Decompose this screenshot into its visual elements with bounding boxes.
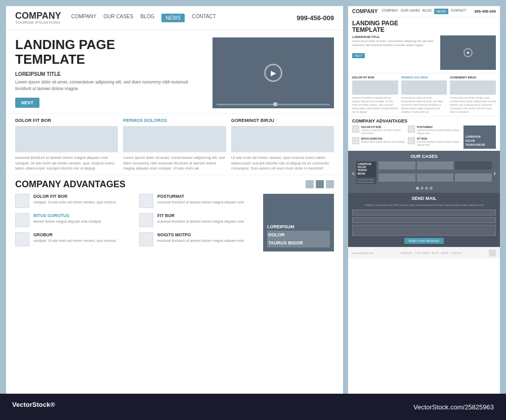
adv-item-1-text: volutpat. Ut wisi enim ad minim veniam, … [33, 200, 116, 205]
nav-blog[interactable]: BLOG [140, 14, 154, 22]
vectorstock-logo: VectorStock® [12, 401, 55, 413]
rp-feat-2: DOLOR [466, 139, 494, 143]
lp-hero-body: Lorem ipsum dolor sit amet, consectetuer… [15, 79, 204, 92]
dot-4[interactable] [430, 187, 433, 190]
col2-header: PERMOS DOLOROS [123, 118, 226, 123]
rp-col3-header: GOREMINOT BIRJU [450, 76, 496, 79]
logo-tagline: TOURISM IPSUM FORS [15, 20, 61, 25]
rp-mail-input-1[interactable] [352, 209, 496, 216]
adv-item-5-title: FIT BOR [157, 213, 244, 218]
rp-mail-send-button[interactable]: SEND YOUR MESSAGE [404, 238, 443, 244]
rp-hero-section: LANDING PAGETEMPLATE LOREIPSUM TITLE Lor… [348, 17, 500, 73]
rp-footer-icon [489, 249, 496, 257]
adv-icon-3 [15, 232, 29, 246]
feat-label-3: TAURUS BIGOR [267, 239, 330, 247]
rp-cases-section: OUR CASES ‹ LOREIPSUMDOLORTAURUS BIGOR L… [348, 151, 500, 193]
rp-case-label-1: LOREIPSUMDOLORTAURUS BIGOR [358, 163, 375, 176]
rp-logo: COMPANY [352, 9, 377, 14]
adv-item-3-title: GROBUR [33, 232, 116, 237]
rp-adv-2: BITUS GOROTUS laoreet dolore magna aliqu… [352, 137, 405, 144]
rp-next-button[interactable]: NEXT [352, 53, 365, 58]
vectorstock-url: VectorStock.com/25825963 [413, 403, 494, 411]
rp-nav-blog[interactable]: BLOG [423, 9, 432, 14]
rp-case-item-1: LOREIPSUMDOLORTAURUS BIGOR Lorem ipsum d… [356, 161, 376, 185]
rp-nav-company[interactable]: COMPANY [382, 9, 398, 14]
rp-footer: www.company.com COMPANY OUR CASES BLOG N… [348, 247, 500, 259]
lp-logo: COMPANY TOURISM IPSUM FORS [15, 11, 61, 25]
lp-adv-grid: DOLOR FIT BOR volutpat. Ut wisi enim ad … [15, 194, 334, 251]
cases-prev-arrow[interactable]: ‹ [352, 169, 355, 177]
rp-three-cols: DOLOR FIT BOR euismod tincidunt ut laore… [348, 73, 500, 116]
rp-adv-col-right: POSTURMAT euismod tincidunt ut laoreet d… [408, 125, 461, 148]
thumb-1 [378, 161, 415, 170]
left-panel: COMPANY TOURISM IPSUM FORS COMPANY OUR C… [6, 6, 343, 394]
lp-adv-header-row: COMPANY ADVANTAGES [15, 179, 334, 190]
rp-nav-ourcases[interactable]: OUR CASES [401, 9, 420, 14]
nav-phone: 999-456-009 [297, 14, 334, 22]
vectorstock-text: VectorStock® [12, 401, 55, 408]
adv-item-2-text: laoreet dolore magna aliquam erat volutp… [33, 219, 102, 224]
rp-col-3: GOREMINOT BIRJU Ut wisi enim ad minim ve… [450, 76, 496, 114]
adv-icon-5 [139, 213, 153, 227]
rp-adv-3-title: POSTURMAT [417, 125, 461, 129]
adv-icon-2 [15, 213, 29, 227]
lp-next-button[interactable]: NEXT [15, 98, 39, 108]
dot-1[interactable] [416, 187, 419, 190]
sq3 [326, 180, 334, 188]
adv-item-5-content: FIT BOR euismod tincidunt ut laoreet dol… [157, 213, 244, 224]
lp-col-1: DOLOR FIT BOR euismod tincidunt ut laore… [15, 118, 118, 172]
main-area: COMPANY TOURISM IPSUM FORS COMPANY OUR C… [6, 6, 500, 394]
rp-nav-contact[interactable]: CONTACT [451, 9, 467, 14]
rp-col2-text: Lorem ipsum dolor sit amet, consectetuer… [401, 96, 447, 114]
rp-adv-featured: LOREIPSUM DOLOR TAURUS BIGOR [463, 125, 496, 148]
nav-ourcases[interactable]: OUR CASES [104, 14, 134, 22]
rp-hero-sub: LOREIPSUM TITLE [352, 35, 437, 38]
adv-item-1-title: DOLOR FIT BOR [33, 194, 116, 199]
nav-contact[interactable]: CONTACT [192, 14, 216, 22]
feat-label-2: DOLOR [267, 231, 330, 239]
rp-adv-1: DOLOR FIT BOR volutpat. Ut wisi enim ad … [352, 125, 405, 135]
rp-video[interactable]: ▶ [440, 35, 496, 70]
rp-adv-col-left: DOLOR FIT BOR volutpat. Ut wisi enim ad … [352, 125, 405, 148]
adv-item-6: NOGITS MOTPO euismod tincidunt ut laoree… [139, 232, 258, 246]
rp-play-icon[interactable]: ▶ [463, 48, 473, 57]
rp-cases-thumbs [378, 161, 492, 185]
rp-adv-2-title: BITUS GOROTUS [361, 137, 405, 140]
adv-item-3-text: volutpat. Ut wisi enim ad minim veniam, … [33, 238, 116, 243]
lp-hero: LANDING PAGETEMPLATE LOREIPSUM TITLE Lor… [6, 30, 343, 113]
lp-three-cols: DOLOR FIT BOR euismod tincidunt ut laore… [6, 113, 343, 175]
rp-col-2: PERMOS DOLOROS Lorem ipsum dolor sit ame… [401, 76, 447, 114]
lp-adv-featured: LOREIPSUM DOLOR TAURUS BIGOR [263, 194, 334, 251]
rp-mail-input-2[interactable] [352, 217, 496, 223]
lp-hero-video[interactable]: ▶ [213, 37, 334, 108]
rp-adv-1-title: DOLOR FIT BOR [361, 125, 405, 129]
rp-nav-news[interactable]: NEWS [434, 9, 448, 14]
col2-image [123, 126, 226, 152]
adv-item-1-content: DOLOR FIT BOR volutpat. Ut wisi enim ad … [33, 194, 116, 205]
video-slider[interactable] [217, 104, 330, 105]
rp-nav-phone: 999-456-009 [474, 9, 496, 14]
rp-adv-1-text: volutpat. Ut wisi enim ad minim veniam, … [361, 129, 405, 135]
rp-adv-grid: DOLOR FIT BOR volutpat. Ut wisi enim ad … [352, 125, 496, 148]
play-icon[interactable]: ▶ [264, 64, 282, 82]
lp-adv-right: POSTURMAT euismod tincidunt ut laoreet d… [139, 194, 258, 251]
nav-news[interactable]: NEWS [161, 14, 185, 22]
adv-item-2-content: BITUS GOROTUS laoreet dolore magna aliqu… [33, 213, 102, 224]
sq1 [306, 180, 314, 188]
lp-col-2: PERMOS DOLOROS Lorem ipsum dolor sit ame… [123, 118, 226, 172]
rp-case-text-1: Lorem ipsum dolor amet consectetuer [356, 177, 376, 184]
dot-2[interactable] [420, 187, 424, 190]
rp-mail-title: SEND MAIL [352, 196, 496, 201]
rp-adv-4-content: FIT BOR euismod tincidunt ut laoreet dol… [417, 137, 461, 147]
adv-item-6-text: euismod tincidunt ut laoreet dolore magn… [157, 238, 244, 243]
adv-item-4: POSTURMAT euismod tincidunt ut laoreet d… [139, 194, 258, 208]
rp-nav-links: COMPANY OUR CASES BLOG NEWS CONTACT [382, 9, 474, 14]
col1-header: DOLOR FIT BOR [15, 118, 118, 123]
right-panel: COMPANY COMPANY OUR CASES BLOG NEWS CONT… [348, 6, 500, 394]
nav-company[interactable]: COMPANY [71, 14, 97, 22]
rp-adv-1-content: DOLOR FIT BOR volutpat. Ut wisi enim ad … [361, 125, 405, 135]
dot-3[interactable] [425, 187, 428, 190]
rp-mail-textarea[interactable] [352, 225, 496, 236]
adv-item-4-title: POSTURMAT [157, 194, 244, 199]
cases-next-arrow[interactable]: › [493, 169, 496, 177]
